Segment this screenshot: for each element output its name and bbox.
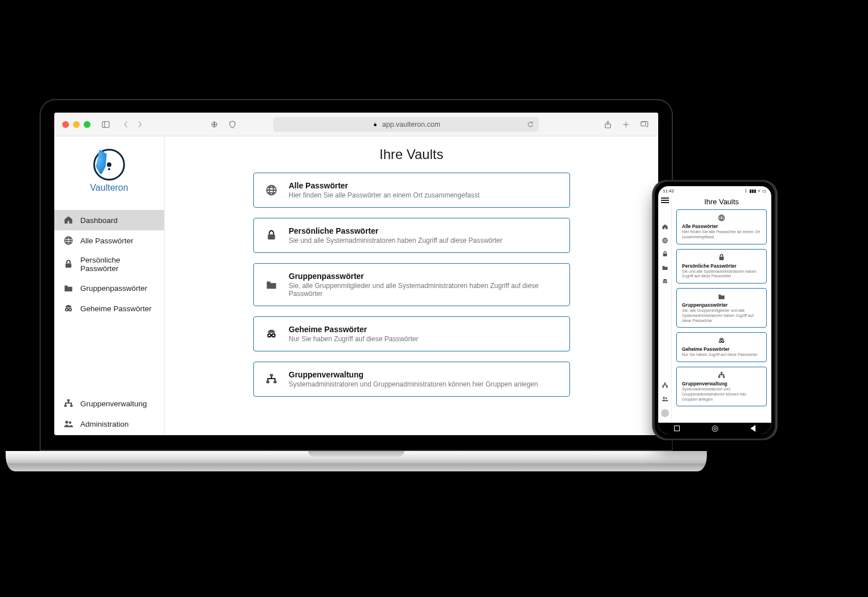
vault-card-group-passwords[interactable]: Gruppenpasswörter Sie, alle Gruppenmitgl… [253, 263, 570, 306]
lock-icon [372, 121, 379, 128]
vault-card-group-management[interactable]: Gruppenverwaltung Systemadministratoren … [676, 367, 767, 406]
sidebar-item-secret-passwords[interactable]: Geheime Passwörter [54, 298, 164, 319]
logo-icon [93, 149, 125, 181]
globe-icon[interactable] [662, 237, 668, 244]
page-title: Ihre Vaults [187, 147, 636, 162]
home-icon [63, 215, 74, 225]
reload-icon[interactable] [526, 121, 534, 128]
vault-card-personal-passwords[interactable]: Persönliche Passwörter Sie und alle Syst… [253, 218, 570, 253]
vault-card-title: Alle Passwörter [289, 181, 480, 190]
main-content: Ihre Vaults Alle Passwörter Hier finden … [165, 136, 658, 435]
vault-card-secret-passwords[interactable]: Geheime Passwörter Nur Sie haben Zugriff… [676, 332, 767, 362]
vault-card-secret-passwords[interactable]: Geheime Passwörter Nur Sie haben Zugriff… [253, 316, 570, 351]
window-close-icon[interactable] [62, 121, 69, 128]
recent-apps-button[interactable] [674, 426, 680, 431]
folder-icon [682, 293, 761, 300]
users-icon [63, 419, 74, 429]
phone-mockup: 11:42 ᛒ ▮▮▮ ⨉ ▭ Ihre Vaul [653, 180, 776, 440]
sidebar-toggle-button[interactable] [100, 118, 112, 131]
sidebar: Vaulteron Dashboard Alle Passwörter [54, 136, 165, 435]
sidebar-item-label: Alle Passwörter [80, 237, 133, 245]
lock-icon [63, 259, 74, 269]
sidebar-item-label: Persönliche Passwörter [80, 256, 155, 273]
avatar[interactable] [661, 409, 669, 417]
org-icon [63, 398, 74, 409]
vault-card-title: Alle Passwörter [682, 224, 761, 229]
back-button[interactable] [750, 425, 755, 432]
brand-name: Vaulteron [54, 183, 164, 193]
hamburger-icon[interactable] [661, 200, 669, 201]
vault-card-title: Gruppenpasswörter [682, 302, 761, 308]
vault-card-desc: Hier finden Sie alle Passwörter an einem… [289, 191, 480, 199]
users-icon[interactable] [662, 396, 668, 402]
globe-icon [264, 183, 279, 197]
vault-card-group-passwords[interactable]: Gruppenpasswörter Sie, alle Gruppenmitgl… [676, 288, 767, 328]
address-bar[interactable]: app.vaulteron.com [273, 117, 539, 132]
phone-nav-rail [658, 195, 672, 423]
folder-icon[interactable] [662, 264, 668, 271]
vault-card-title: Gruppenpasswörter [289, 272, 559, 281]
org-icon [264, 372, 279, 386]
lock-icon [682, 254, 761, 261]
vault-card-all-passwords[interactable]: Alle Passwörter Hier finden Sie alle Pas… [676, 209, 767, 244]
window-minimize-icon[interactable] [73, 121, 80, 128]
window-controls[interactable] [62, 121, 90, 128]
vault-card-desc: Sie, alle Gruppenmitglieder und alle Sys… [682, 308, 761, 323]
brand-logo: Vaulteron [54, 136, 164, 200]
site-settings-button[interactable] [208, 118, 221, 131]
privacy-shield-button[interactable] [226, 118, 239, 131]
new-tab-button[interactable] [620, 118, 632, 131]
sidebar-item-label: Geheime Passwörter [80, 304, 152, 313]
app-root: Vaulteron Dashboard Alle Passwörter [54, 136, 658, 435]
page-title: Ihre Vaults [676, 197, 767, 206]
vault-card-desc: Sie und alle Systemadministratoren haben… [289, 237, 503, 244]
sidebar-bottom-nav: Gruppenverwaltung Administration [54, 393, 164, 435]
battery-icon: ▭ [762, 188, 767, 194]
folder-icon [63, 283, 74, 293]
home-button[interactable] [712, 426, 718, 432]
incognito-icon[interactable] [662, 278, 668, 285]
vault-card-personal-passwords[interactable]: Persönliche Passwörter Sie und alle Syst… [676, 249, 767, 284]
url-text: app.vaulteron.com [382, 121, 441, 128]
sidebar-item-group-management[interactable]: Gruppenverwaltung [54, 393, 164, 414]
sidebar-item-administration[interactable]: Administration [54, 414, 164, 434]
org-icon[interactable] [662, 382, 668, 389]
sidebar-item-label: Gruppenpasswörter [80, 284, 148, 293]
vault-card-desc: Systemadministratoren und Gruppenadminis… [289, 380, 538, 388]
vault-card-title: Gruppenverwaltung [289, 370, 538, 379]
globe-icon [682, 214, 761, 222]
bluetooth-icon: ᛒ [745, 188, 748, 194]
vault-card-desc: Systemadministratoren und Gruppenadminis… [682, 387, 761, 402]
status-time: 11:42 [663, 188, 674, 194]
sidebar-item-all-passwords[interactable]: Alle Passwörter [54, 230, 164, 251]
tabs-overview-button[interactable] [638, 118, 650, 131]
share-button[interactable] [602, 118, 614, 131]
incognito-icon [682, 337, 761, 345]
globe-icon [63, 235, 74, 246]
status-indicators: ᛒ ▮▮▮ ⨉ ▭ [745, 188, 767, 194]
window-zoom-icon[interactable] [84, 121, 90, 128]
vault-card-title: Gruppenverwaltung [682, 381, 761, 386]
vault-card-group-management[interactable]: Gruppenverwaltung Systemadministratoren … [253, 362, 570, 397]
home-icon[interactable] [662, 224, 668, 230]
sidebar-item-personal-passwords[interactable]: Persönliche Passwörter [54, 251, 164, 278]
sidebar-item-group-passwords[interactable]: Gruppenpasswörter [54, 278, 164, 298]
incognito-icon [63, 303, 74, 313]
nav-back-button[interactable] [120, 118, 132, 131]
android-nav-bar [658, 423, 771, 434]
vault-card-desc: Sie, alle Gruppenmitglieder und alle Sys… [289, 282, 559, 298]
vault-card-title: Geheime Passwörter [289, 325, 418, 334]
signal-icon: ▮▮▮ [749, 188, 756, 194]
lock-icon [264, 228, 279, 243]
nav-forward-button[interactable] [133, 118, 146, 131]
vault-card-title: Persönliche Passwörter [289, 226, 503, 235]
laptop-notch [308, 451, 404, 457]
laptop-screen: app.vaulteron.com V [54, 113, 658, 435]
sidebar-item-dashboard[interactable]: Dashboard [54, 210, 164, 230]
laptop-base [6, 451, 707, 471]
lock-icon[interactable] [662, 251, 668, 257]
vault-card-all-passwords[interactable]: Alle Passwörter Hier finden Sie alle Pas… [253, 173, 570, 208]
sidebar-item-label: Administration [80, 420, 129, 428]
vault-card-desc: Hier finden Sie alle Passwörter an einem… [682, 230, 761, 240]
browser-toolbar: app.vaulteron.com [54, 113, 658, 136]
